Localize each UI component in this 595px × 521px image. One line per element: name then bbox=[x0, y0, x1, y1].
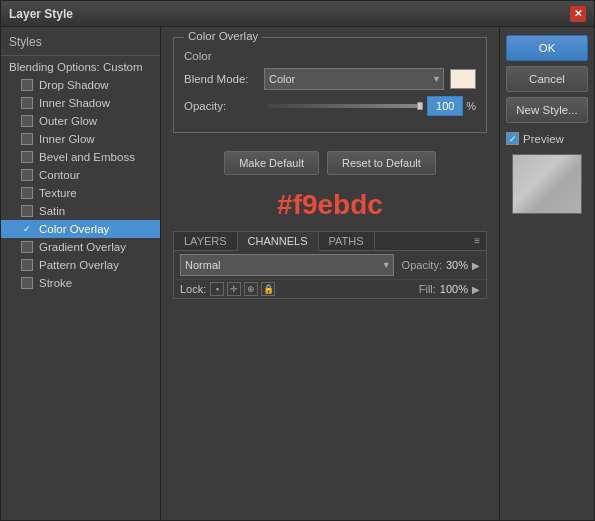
blend-mode-dropdown-wrapper[interactable]: NormalDissolveMultiplyScreenOverlayColor… bbox=[264, 68, 444, 90]
sidebar-item-label-bevel-emboss: Bevel and Emboss bbox=[39, 151, 135, 163]
preview-label: Preview bbox=[523, 133, 564, 145]
opacity-row: Opacity: 100 % bbox=[184, 96, 476, 116]
checkbox-outer-glow[interactable] bbox=[21, 115, 33, 127]
checkbox-drop-shadow[interactable] bbox=[21, 79, 33, 91]
close-button[interactable]: ✕ bbox=[570, 6, 586, 22]
checkbox-contour[interactable] bbox=[21, 169, 33, 181]
mini-tabs: LAYERS CHANNELS PATHS ≡ bbox=[174, 232, 486, 251]
mini-lock-row: Lock: ▪ ✛ ⊕ 🔒 Fill: 100% ▶ bbox=[174, 280, 486, 298]
opacity-slider[interactable] bbox=[268, 104, 423, 108]
make-default-button[interactable]: Make Default bbox=[224, 151, 319, 175]
blend-mode-label: Blend Mode: bbox=[184, 73, 264, 85]
lock-icon-transparency[interactable]: ▪ bbox=[210, 282, 224, 296]
fill-value: 100% bbox=[440, 283, 468, 295]
ok-button[interactable]: OK bbox=[506, 35, 588, 61]
tab-paths[interactable]: PATHS bbox=[319, 232, 375, 250]
lock-icon-position[interactable]: ⊕ bbox=[244, 282, 258, 296]
sidebar-item-label-inner-shadow: Inner Shadow bbox=[39, 97, 110, 109]
sidebar-item-label-stroke: Stroke bbox=[39, 277, 72, 289]
percent-label: % bbox=[466, 100, 476, 112]
tab-channels[interactable]: CHANNELS bbox=[238, 232, 319, 251]
mini-blend-row: NormalMultiplyScreenOverlay ▼ Opacity: 3… bbox=[174, 251, 486, 280]
sidebar-item-texture[interactable]: Texture bbox=[1, 184, 160, 202]
color-swatch[interactable] bbox=[450, 69, 476, 89]
dialog-body: Styles Blending Options: CustomDrop Shad… bbox=[1, 27, 594, 520]
mini-layers-panel: LAYERS CHANNELS PATHS ≡ NormalMultiplySc… bbox=[173, 231, 487, 299]
sidebar-item-label-inner-glow: Inner Glow bbox=[39, 133, 95, 145]
sidebar-item-blending-options[interactable]: Blending Options: Custom bbox=[1, 58, 160, 76]
layer-style-dialog: Layer Style ✕ Styles Blending Options: C… bbox=[0, 0, 595, 521]
sidebar-item-label-gradient-overlay: Gradient Overlay bbox=[39, 241, 126, 253]
reset-default-button[interactable]: Reset to Default bbox=[327, 151, 436, 175]
checkbox-inner-glow[interactable] bbox=[21, 133, 33, 145]
checkbox-texture[interactable] bbox=[21, 187, 33, 199]
sidebar-item-label-outer-glow: Outer Glow bbox=[39, 115, 97, 127]
hex-display: #f9ebdc bbox=[173, 189, 487, 221]
sidebar-item-label-satin: Satin bbox=[39, 205, 65, 217]
sidebar-item-inner-shadow[interactable]: Inner Shadow bbox=[1, 94, 160, 112]
more-options-icon[interactable]: ≡ bbox=[468, 232, 486, 250]
opacity-label: Opacity: bbox=[184, 100, 264, 112]
button-row: Make Default Reset to Default bbox=[173, 151, 487, 175]
checkbox-gradient-overlay[interactable] bbox=[21, 241, 33, 253]
mini-opacity-label: Opacity: bbox=[402, 259, 442, 271]
checkbox-color-overlay[interactable]: ✓ bbox=[21, 223, 33, 235]
fill-label: Fill: bbox=[419, 283, 436, 295]
sidebar-item-label-contour: Contour bbox=[39, 169, 80, 181]
opacity-value[interactable]: 100 bbox=[427, 96, 463, 116]
blend-mode-row: Blend Mode: NormalDissolveMultiplyScreen… bbox=[184, 68, 476, 90]
color-overlay-section: Color Overlay Color Blend Mode: NormalDi… bbox=[173, 37, 487, 133]
sidebar-item-label-color-overlay: Color Overlay bbox=[39, 223, 109, 235]
sidebar-item-label-blending-options: Blending Options: Custom bbox=[9, 61, 143, 73]
lock-icon-image[interactable]: ✛ bbox=[227, 282, 241, 296]
styles-header: Styles bbox=[1, 31, 160, 56]
checkbox-pattern-overlay[interactable] bbox=[21, 259, 33, 271]
sidebar-item-inner-glow[interactable]: Inner Glow bbox=[1, 130, 160, 148]
sidebar-item-drop-shadow[interactable]: Drop Shadow bbox=[1, 76, 160, 94]
preview-row: ✓ Preview bbox=[506, 132, 588, 145]
lock-label: Lock: bbox=[180, 283, 206, 295]
center-panel: Color Overlay Color Blend Mode: NormalDi… bbox=[161, 27, 499, 520]
sidebar-item-color-overlay[interactable]: ✓Color Overlay bbox=[1, 220, 160, 238]
sidebar-item-contour[interactable]: Contour bbox=[1, 166, 160, 184]
new-style-button[interactable]: New Style... bbox=[506, 97, 588, 123]
preview-swatch bbox=[512, 154, 582, 214]
tab-layers[interactable]: LAYERS bbox=[174, 232, 238, 250]
color-subtitle: Color bbox=[184, 50, 476, 62]
sidebar-item-pattern-overlay[interactable]: Pattern Overlay bbox=[1, 256, 160, 274]
right-panel: OK Cancel New Style... ✓ Preview bbox=[499, 27, 594, 520]
sidebar-item-satin[interactable]: Satin bbox=[1, 202, 160, 220]
section-title: Color Overlay bbox=[184, 30, 262, 42]
dialog-title: Layer Style bbox=[9, 7, 73, 21]
checkbox-satin[interactable] bbox=[21, 205, 33, 217]
mini-lock-icons: ▪ ✛ ⊕ 🔒 bbox=[210, 282, 275, 296]
sidebar-item-stroke[interactable]: Stroke bbox=[1, 274, 160, 292]
cancel-button[interactable]: Cancel bbox=[506, 66, 588, 92]
mini-blend-dropdown-wrapper[interactable]: NormalMultiplyScreenOverlay ▼ bbox=[180, 254, 394, 276]
checkbox-stroke[interactable] bbox=[21, 277, 33, 289]
mini-blend-select[interactable]: NormalMultiplyScreenOverlay bbox=[180, 254, 394, 276]
mini-opacity-arrow[interactable]: ▶ bbox=[472, 260, 480, 271]
sidebar-item-outer-glow[interactable]: Outer Glow bbox=[1, 112, 160, 130]
blend-mode-select[interactable]: NormalDissolveMultiplyScreenOverlayColor… bbox=[264, 68, 444, 90]
checkbox-inner-shadow[interactable] bbox=[21, 97, 33, 109]
left-panel: Styles Blending Options: CustomDrop Shad… bbox=[1, 27, 161, 520]
sidebar-item-label-texture: Texture bbox=[39, 187, 77, 199]
lock-icon-all[interactable]: 🔒 bbox=[261, 282, 275, 296]
sidebar-item-gradient-overlay[interactable]: Gradient Overlay bbox=[1, 238, 160, 256]
sidebar-item-label-pattern-overlay: Pattern Overlay bbox=[39, 259, 119, 271]
checkbox-bevel-emboss[interactable] bbox=[21, 151, 33, 163]
fill-arrow[interactable]: ▶ bbox=[472, 284, 480, 295]
mini-opacity-value: 30% bbox=[446, 259, 468, 271]
title-bar: Layer Style ✕ bbox=[1, 1, 594, 27]
preview-checkbox[interactable]: ✓ bbox=[506, 132, 519, 145]
sidebar-item-label-drop-shadow: Drop Shadow bbox=[39, 79, 109, 91]
sidebar-item-bevel-emboss[interactable]: Bevel and Emboss bbox=[1, 148, 160, 166]
